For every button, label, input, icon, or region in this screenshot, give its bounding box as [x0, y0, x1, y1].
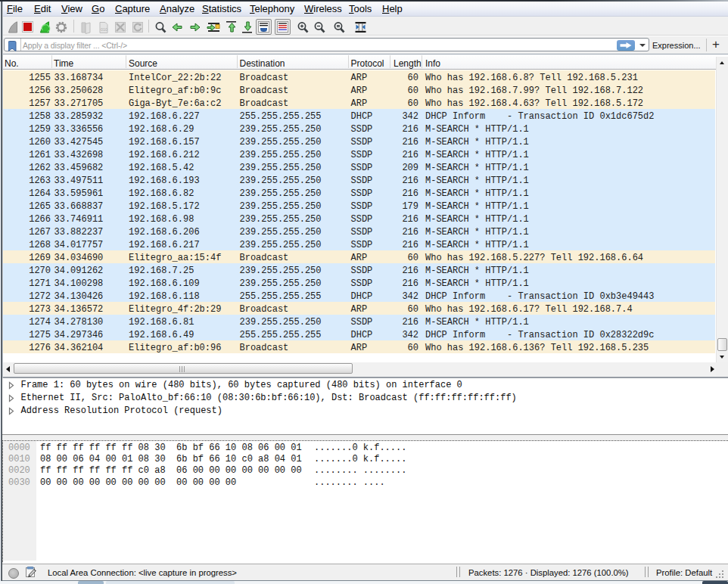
svg-text:010: 010 [101, 27, 107, 32]
